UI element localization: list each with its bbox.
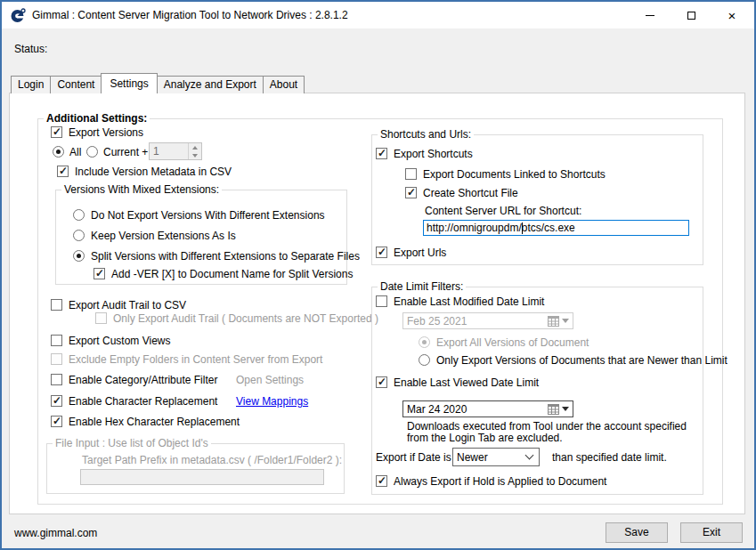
enable-character-replacement-label: Enable Character Replacement: [69, 395, 217, 408]
enable-category-filter-label: Enable Category/Attribute Filter: [69, 374, 217, 386]
export-urls-checkbox[interactable]: [376, 247, 387, 258]
viewed-date-picker[interactable]: Mar 24 2020: [402, 400, 573, 417]
close-icon: ×: [728, 9, 736, 22]
export-docs-linked-label: Export Documents Linked to Shortcuts: [423, 168, 606, 181]
tab-settings[interactable]: Settings: [101, 73, 157, 93]
additional-settings-title: Additional Settings:: [44, 112, 150, 125]
include-version-metadata-label: Include Version Metadata in CSV: [75, 166, 232, 178]
dropdown-arrow-icon: [562, 407, 569, 411]
exit-button[interactable]: Exit: [680, 522, 743, 543]
viewed-note-line2: from the Login Tab are excluded.: [407, 432, 563, 444]
app-window: Gimmal : Content Server Migration Tool t…: [0, 0, 756, 550]
footer-bar: www.gimmal.com Save Exit: [2, 514, 754, 548]
export-custom-views-label: Export Custom Views: [69, 335, 171, 347]
no-export-different-ext-radio[interactable]: [73, 209, 85, 221]
maximize-icon: [687, 12, 695, 20]
exclude-empty-folders-checkbox: [51, 353, 62, 365]
save-button[interactable]: Save: [606, 522, 668, 543]
current-last-spinner: 1: [149, 142, 202, 160]
modified-date-value: Feb 25 2021: [403, 315, 548, 328]
export-versions-checkbox[interactable]: [51, 126, 62, 138]
date-comparison-value: Newer: [453, 451, 526, 464]
only-export-audit-checkbox: [95, 312, 107, 324]
no-export-different-ext-label: Do Not Export Versions With Different Ex…: [91, 209, 325, 222]
modified-date-picker: Feb 25 2021: [402, 312, 573, 329]
viewed-date-value: Mar 24 2020: [403, 403, 548, 416]
current-last-value: 1: [150, 143, 188, 159]
target-path-label: Target Path Prefix in metadata.csv ( /Fo…: [82, 454, 342, 466]
export-custom-views-checkbox[interactable]: [51, 335, 62, 346]
current-plus-last-radio[interactable]: [86, 146, 98, 158]
enable-hex-replacement-label: Enable Hex Character Replacement: [69, 416, 240, 428]
target-path-input: [80, 469, 324, 485]
status-label: Status:: [14, 43, 47, 55]
maximize-button[interactable]: [671, 2, 711, 28]
tab-analyze-and-export[interactable]: Analyze and Export: [157, 76, 264, 93]
split-versions-radio[interactable]: [73, 250, 85, 262]
file-input-title: File Input : Use list of Object Id's: [53, 437, 211, 450]
date-limit-suffix-label: than specified date limit.: [552, 451, 667, 464]
enable-character-replacement-checkbox[interactable]: [51, 395, 62, 407]
keep-extensions-radio[interactable]: [73, 230, 85, 241]
only-newer-versions-label: Only Export Versions of Documents that a…: [436, 354, 728, 367]
export-audit-trail-checkbox[interactable]: [51, 299, 62, 311]
export-docs-linked-checkbox[interactable]: [405, 168, 417, 180]
open-settings-link: Open Settings: [236, 374, 304, 386]
split-versions-label: Split Versions with Different Extensions…: [91, 250, 360, 263]
viewed-note-line1: Downloads executed from Tool under the a…: [407, 420, 687, 433]
export-audit-trail-label: Export Audit Trail to CSV: [69, 299, 186, 311]
spinner-down-icon: [189, 151, 201, 159]
close-button[interactable]: ×: [711, 2, 752, 28]
enable-last-viewed-label: Enable Last Viewed Date Limit: [394, 376, 539, 389]
dropdown-arrow-icon: [562, 319, 569, 323]
only-newer-versions-radio[interactable]: [419, 354, 430, 366]
cs-url-label: Content Server URL for Shortcut:: [425, 205, 581, 217]
enable-hex-replacement-checkbox[interactable]: [51, 416, 62, 427]
export-shortcuts-label: Export Shortcuts: [394, 148, 473, 160]
export-shortcuts-checkbox[interactable]: [376, 148, 387, 159]
only-export-audit-label: Only Export Audit Trail ( Documents are …: [113, 312, 378, 325]
always-export-hold-label: Always Export if Hold is Applied to Docu…: [394, 475, 606, 488]
date-limit-filters-title: Date Limit Filters:: [378, 280, 466, 294]
chevron-down-icon: [525, 451, 534, 460]
tab-content[interactable]: Content: [50, 76, 102, 93]
mixed-extensions-title: Versions With Mixed Extensions:: [61, 183, 222, 197]
website-label: www.gimmal.com: [14, 527, 97, 539]
view-mappings-link[interactable]: View Mappings: [236, 395, 308, 408]
add-ver-label: Add -VER [X] to Document Name for Split …: [111, 268, 353, 280]
title-bar: Gimmal : Content Server Migration Tool t…: [2, 2, 754, 28]
exclude-empty-folders-label: Exclude Empty Folders in Content Server …: [69, 353, 322, 366]
enable-last-viewed-checkbox[interactable]: [376, 376, 387, 388]
export-urls-label: Export Urls: [394, 247, 446, 259]
always-export-hold-checkbox[interactable]: [376, 475, 387, 487]
date-comparison-select[interactable]: Newer: [452, 448, 540, 466]
create-shortcut-file-checkbox[interactable]: [405, 187, 417, 198]
cs-url-input[interactable]: [423, 220, 689, 236]
export-all-versions-radio: [419, 336, 430, 348]
calendar-icon: [548, 316, 559, 327]
include-version-metadata-checkbox[interactable]: [57, 166, 69, 177]
create-shortcut-file-label: Create Shortcut File: [423, 187, 518, 199]
window-title: Gimmal : Content Server Migration Tool t…: [32, 9, 348, 21]
enable-last-modified-label: Enable Last Modified Date Limit: [394, 295, 544, 308]
gimmal-logo-icon: [11, 8, 26, 23]
tab-login[interactable]: Login: [11, 76, 51, 93]
calendar-icon: [548, 404, 559, 415]
all-label: All: [69, 146, 81, 158]
export-versions-label: Export Versions: [69, 126, 143, 139]
enable-last-modified-checkbox[interactable]: [376, 295, 387, 307]
all-radio[interactable]: [53, 146, 64, 158]
shortcuts-urls-title: Shortcuts and Urls:: [378, 128, 474, 142]
spinner-buttons: [188, 143, 201, 159]
enable-category-filter-checkbox[interactable]: [51, 374, 62, 385]
minimize-button[interactable]: [630, 2, 671, 28]
export-all-versions-label: Export All Versions of Document: [436, 336, 589, 349]
text-caret: [522, 222, 523, 234]
tab-strip: Login Content Settings Analyze and Expor…: [11, 73, 304, 93]
minimize-icon: [646, 15, 654, 16]
keep-extensions-label: Keep Version Extensions As Is: [91, 230, 236, 242]
add-ver-checkbox[interactable]: [93, 268, 105, 279]
tab-about[interactable]: About: [263, 76, 305, 93]
export-if-date-label: Export if Date is: [376, 451, 451, 464]
spinner-up-icon: [189, 143, 201, 151]
